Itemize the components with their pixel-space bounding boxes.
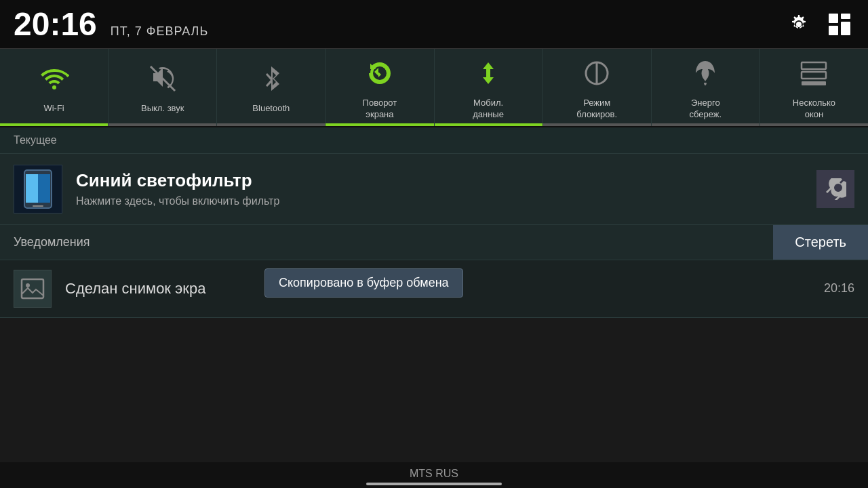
mute-label: Выкл. звук <box>141 103 184 115</box>
carrier-label: MTS RUS <box>410 468 458 480</box>
svg-rect-3 <box>829 26 838 35</box>
notif-settings-button[interactable] <box>816 170 854 208</box>
clock: 20:16 <box>14 8 97 41</box>
screenshot-thumbnail <box>14 270 52 308</box>
clear-notifications-button[interactable]: Стереть <box>773 225 868 260</box>
toggle-eco[interactable]: Энерго сбереж. <box>652 49 760 126</box>
bottom-bar: MTS RUS <box>0 462 868 488</box>
svg-rect-2 <box>841 22 850 35</box>
svg-rect-13 <box>33 205 43 207</box>
toggle-mute[interactable]: Выкл. звук <box>108 49 217 126</box>
svg-rect-14 <box>22 279 43 298</box>
eco-icon <box>690 58 720 92</box>
svg-rect-1 <box>841 14 850 19</box>
svg-rect-7 <box>802 62 826 69</box>
notif-phone-wrap <box>14 165 62 214</box>
multiwindow-label: Несколько окон <box>793 98 835 121</box>
date: ПТ, 7 ФЕВРАЛЬ <box>111 24 208 39</box>
toggle-rotate[interactable]: Поворот экрана <box>326 49 434 126</box>
multiwindow-indicator <box>760 123 868 126</box>
block-indicator <box>543 123 651 126</box>
eco-label: Энерго сбереж. <box>689 98 722 121</box>
wifi-icon <box>39 64 69 98</box>
mobile-data-label: Мобил. данные <box>473 98 504 121</box>
toggle-multiwindow[interactable]: Несколько окон <box>760 49 868 126</box>
phone-blue-icon <box>22 169 54 209</box>
toggle-block-mode[interactable]: Режим блокиров. <box>543 49 652 126</box>
top-bar-right <box>784 9 854 39</box>
bottom-line <box>366 483 502 485</box>
eco-indicator <box>652 123 760 126</box>
top-bar-left: 20:16 ПТ, 7 ФЕВРАЛЬ <box>14 8 208 41</box>
mobile-data-indicator <box>435 123 542 126</box>
notifications-bar: Уведомления Стереть <box>0 225 868 260</box>
svg-rect-12 <box>26 174 38 203</box>
current-section-header: Текущее <box>0 127 868 154</box>
mobile-data-icon <box>473 58 503 92</box>
toggle-mobile-data[interactable]: Мобил. данные <box>435 49 543 126</box>
block-mode-icon <box>582 58 612 92</box>
rotate-indicator <box>326 123 433 126</box>
mute-indicator <box>108 123 216 126</box>
svg-rect-8 <box>802 72 826 79</box>
rotate-label: Поворот экрана <box>363 98 397 121</box>
multiwindow-icon[interactable] <box>825 9 854 39</box>
image-icon <box>20 277 45 301</box>
settings-icon[interactable] <box>784 9 814 39</box>
svg-rect-9 <box>802 81 826 85</box>
wifi-label: Wi-Fi <box>43 103 64 115</box>
multiwindow-toggle-icon <box>799 58 829 92</box>
current-notification[interactable]: Синий светофильтр Нажмите здесь, чтобы в… <box>0 154 868 225</box>
bluetooth-icon <box>256 64 286 98</box>
wifi-indicator <box>0 123 108 126</box>
block-mode-label: Режим блокиров. <box>576 98 617 121</box>
top-bar: 20:16 ПТ, 7 ФЕВРАЛЬ <box>0 0 868 49</box>
svg-rect-0 <box>829 14 838 23</box>
clipboard-tooltip: Скопировано в буфер обмена <box>264 268 463 298</box>
notifications-label: Уведомления <box>0 226 104 259</box>
notif-title: Синий светофильтр <box>76 170 810 191</box>
svg-point-15 <box>26 283 30 287</box>
screenshot-notification[interactable]: Сделан снимок экра 20:16 Скопировано в б… <box>0 260 868 318</box>
rotate-icon <box>365 58 395 92</box>
toggle-bluetooth[interactable]: Bluetooth <box>217 49 326 126</box>
quick-toggles: Wi-Fi Выкл. звук Bluetooth <box>0 49 868 127</box>
notif-subtitle: Нажмите здесь, чтобы включить фильтр <box>76 195 810 207</box>
wrench-icon <box>825 178 846 200</box>
mute-icon <box>148 64 178 98</box>
notif-text-block: Синий светофильтр Нажмите здесь, чтобы в… <box>76 170 810 207</box>
toggle-wifi[interactable]: Wi-Fi <box>0 49 108 126</box>
bluetooth-indicator <box>217 123 325 126</box>
bluetooth-label: Bluetooth <box>252 103 290 115</box>
current-section-label: Текущее <box>14 134 57 146</box>
screenshot-time: 20:16 <box>824 281 854 296</box>
